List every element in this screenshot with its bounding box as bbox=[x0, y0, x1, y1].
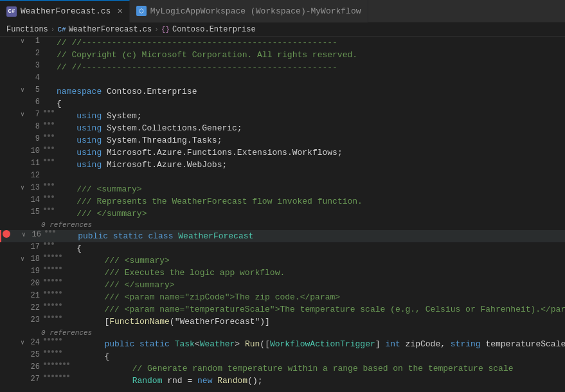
tab-label: WeatherForecast.cs bbox=[21, 6, 111, 16]
line-gutter: ›14 bbox=[12, 195, 44, 204]
code-line: ∨7 using System; bbox=[0, 110, 565, 122]
token-white bbox=[108, 231, 113, 241]
token-kw: using bbox=[76, 123, 102, 133]
fold-arrow[interactable]: ∨ bbox=[19, 255, 26, 263]
breadcrumb: Functions › C# WeatherForecast.cs › {} C… bbox=[0, 22, 565, 37]
code-line: ›10 using Microsoft.Azure.Functions.Exte… bbox=[0, 147, 565, 159]
token-white: zipCode, bbox=[400, 339, 451, 349]
line-number: 22 bbox=[27, 303, 40, 312]
code-content: public static Task<Weather> Run([Workflo… bbox=[64, 338, 565, 350]
code-line: ›3// //---------------------------------… bbox=[0, 61, 565, 73]
token-white: ] bbox=[375, 339, 386, 349]
line-number: 25 bbox=[27, 350, 40, 359]
code-content: /// </summary> bbox=[57, 208, 565, 220]
token-cmt: /// </summary> bbox=[76, 209, 147, 218]
code-line: ›25 { bbox=[0, 350, 565, 362]
fold-arrow[interactable]: ∨ bbox=[19, 86, 26, 94]
token-white: Microsoft.Azure.Functions.Extensions.Wor… bbox=[102, 148, 342, 157]
line-gutter: ›9 bbox=[12, 134, 44, 143]
breadcrumb-ns-icon: {} bbox=[161, 26, 170, 33]
fold-arrow[interactable]: ∨ bbox=[19, 184, 26, 192]
token-kw: int bbox=[385, 339, 400, 349]
token-cmt: /// <summary> bbox=[76, 184, 141, 194]
line-gutter: ∨16 bbox=[13, 230, 45, 239]
indent-dots bbox=[44, 122, 54, 125]
token-white: ("WeatherForecast")] bbox=[170, 317, 270, 326]
code-line: ›12 bbox=[0, 171, 565, 183]
tab-label: MyLogicAppWorkspace (Workspace)-MyWorkfl… bbox=[150, 6, 361, 16]
code-content: namespace Contoso.Enterprise bbox=[57, 85, 565, 98]
line-gutter: ›25 bbox=[12, 350, 44, 359]
token-kw: using bbox=[76, 160, 102, 170]
code-content: using System.Collections.Generic; bbox=[57, 122, 565, 134]
code-line: ∨1// //---------------------------------… bbox=[0, 37, 565, 49]
line-gutter: ›17 bbox=[12, 242, 44, 251]
token-cmt: /// Represents the WeatherForecast flow … bbox=[76, 197, 363, 206]
breadcrumb-file[interactable]: WeatherForecast.cs bbox=[69, 25, 152, 34]
code-content: using Microsoft.Azure.Functions.Extensio… bbox=[57, 147, 565, 159]
line-number: 17 bbox=[27, 242, 40, 251]
breadcrumb-sep-2: › bbox=[154, 26, 159, 33]
token-white: { bbox=[57, 99, 62, 109]
breadcrumb-functions[interactable]: Functions bbox=[6, 25, 48, 34]
line-gutter: ›22 bbox=[12, 303, 44, 312]
code-content: /// <summary> bbox=[64, 254, 565, 267]
code-content: // //-----------------------------------… bbox=[57, 37, 565, 49]
line-number: 18 bbox=[27, 254, 40, 263]
debug-breakpoint[interactable] bbox=[3, 230, 10, 238]
code-line: ›6{ bbox=[0, 98, 565, 110]
code-area[interactable]: ∨1// //---------------------------------… bbox=[0, 37, 565, 392]
indent-dots bbox=[44, 159, 54, 161]
code-content: /// <summary> bbox=[57, 183, 565, 195]
code-line: ›9 using System.Threading.Tasks; bbox=[0, 134, 565, 147]
token-type: Random bbox=[132, 376, 163, 386]
code-line: ›2// Copyright (c) Microsoft Corporation… bbox=[0, 49, 565, 61]
tab-mylogicapp[interactable]: ⬡ MyLogicAppWorkspace (Workspace)-MyWork… bbox=[130, 0, 368, 22]
indent-dots bbox=[44, 208, 54, 210]
line-gutter: ›11 bbox=[12, 159, 44, 168]
token-white: rnd = bbox=[162, 376, 197, 386]
line-gutter: ›27 bbox=[12, 375, 44, 384]
ref-label: 0 references bbox=[0, 328, 565, 338]
indent-dots bbox=[44, 362, 69, 365]
fold-arrow[interactable]: ∨ bbox=[19, 111, 26, 118]
fold-arrow[interactable]: ∨ bbox=[21, 231, 27, 238]
breadcrumb-file-icon: C# bbox=[57, 26, 66, 33]
tab-weatherforecast[interactable]: C# WeatherForecast.cs × bbox=[0, 0, 130, 22]
tab-close-button[interactable]: × bbox=[117, 6, 122, 17]
indent-dots bbox=[44, 195, 54, 198]
fold-arrow[interactable]: ∨ bbox=[19, 37, 26, 45]
line-gutter: ›8 bbox=[12, 122, 44, 131]
line-gutter: ›26 bbox=[12, 362, 44, 371]
breadcrumb-ns[interactable]: Contoso.Enterprise bbox=[172, 25, 256, 34]
line-gutter: ›12 bbox=[12, 171, 44, 180]
editor-container: C# WeatherForecast.cs × ⬡ MyLogicAppWork… bbox=[0, 0, 565, 392]
token-cmt: /// <param name="zipCode">The zip code.<… bbox=[104, 292, 340, 302]
token-cmt: // Generate random temperature within a … bbox=[132, 364, 514, 373]
line-number: 26 bbox=[27, 362, 40, 371]
line-number: 20 bbox=[27, 279, 40, 288]
line-number: 19 bbox=[27, 267, 40, 276]
code-line: ›23 [FunctionName("WeatherForecast")] bbox=[0, 316, 565, 328]
line-gutter: ›21 bbox=[12, 291, 44, 300]
line-gutter: ∨13 bbox=[12, 183, 44, 192]
code-content: using System.Threading.Tasks; bbox=[57, 134, 565, 147]
line-number: 6 bbox=[27, 98, 40, 107]
token-kw: public bbox=[104, 339, 134, 349]
fold-arrow[interactable]: ∨ bbox=[19, 339, 26, 346]
token-cmt: /// </summary> bbox=[104, 280, 174, 290]
wf-file-icon: ⬡ bbox=[136, 6, 147, 16]
token-white: Contoso.Enterprise bbox=[102, 87, 197, 96]
line-number: 23 bbox=[27, 316, 40, 325]
line-gutter: ›15 bbox=[12, 208, 44, 217]
gutter-left bbox=[1, 230, 13, 238]
indent-dots bbox=[44, 134, 54, 137]
line-gutter: ∨5 bbox=[12, 85, 44, 94]
code-line: ›19 /// Executes the logic app workflow. bbox=[0, 267, 565, 279]
token-kw: namespace bbox=[57, 87, 102, 96]
indent-dots bbox=[44, 316, 62, 318]
line-gutter: ›20 bbox=[12, 279, 44, 288]
line-gutter: ›19 bbox=[12, 267, 44, 276]
code-content: /// Executes the logic app workflow. bbox=[64, 267, 565, 279]
indent-dots bbox=[44, 291, 62, 294]
